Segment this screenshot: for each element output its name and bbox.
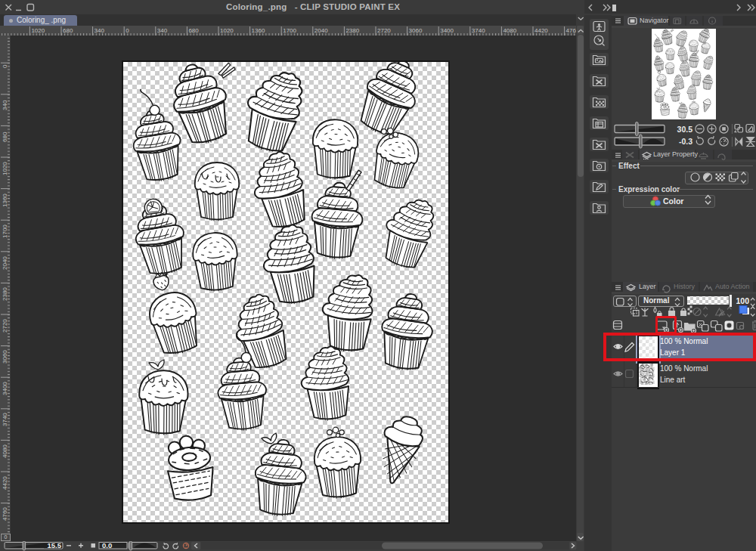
svg-text:0: 0 [125, 27, 129, 34]
svg-text:4760: 4760 [566, 27, 576, 34]
svg-text:2040: 2040 [314, 27, 328, 34]
svg-text:340: 340 [2, 100, 8, 110]
svg-text:3400: 3400 [440, 27, 454, 34]
svg-text:15.5: 15.5 [48, 541, 62, 549]
svg-text:3060: 3060 [2, 350, 8, 364]
svg-text:1700: 1700 [283, 27, 296, 34]
svg-text:-0.3: -0.3 [679, 137, 692, 146]
svg-text:4420: 4420 [534, 27, 548, 34]
svg-text:1020: 1020 [220, 27, 234, 34]
svg-text:680: 680 [188, 27, 199, 34]
svg-text:4080: 4080 [503, 27, 516, 34]
svg-text:340: 340 [157, 27, 168, 34]
svg-text:1700: 1700 [2, 224, 8, 238]
svg-text:4760: 4760 [2, 507, 8, 521]
svg-text:2720: 2720 [2, 319, 8, 333]
svg-text:1360: 1360 [2, 193, 8, 207]
svg-text:1360: 1360 [252, 27, 265, 34]
svg-text:0.0: 0.0 [102, 541, 112, 549]
svg-text:3740: 3740 [472, 27, 485, 34]
svg-text:2380: 2380 [345, 27, 359, 34]
svg-text:4420: 4420 [2, 476, 8, 490]
svg-text:4080: 4080 [2, 444, 8, 458]
svg-text:1020: 1020 [2, 162, 8, 175]
svg-text:2040: 2040 [2, 256, 8, 270]
svg-text:3740: 3740 [2, 413, 8, 426]
svg-text:340: 340 [94, 27, 105, 34]
svg-text:1020: 1020 [31, 27, 45, 34]
svg-text:0: 0 [2, 64, 8, 68]
svg-text:30.5: 30.5 [677, 125, 693, 134]
svg-text:680: 680 [63, 27, 73, 34]
svg-text:3400: 3400 [2, 382, 8, 395]
svg-text:2720: 2720 [377, 27, 391, 34]
svg-text:2380: 2380 [2, 287, 8, 301]
svg-text:3060: 3060 [409, 27, 423, 34]
svg-text:680: 680 [2, 132, 8, 142]
